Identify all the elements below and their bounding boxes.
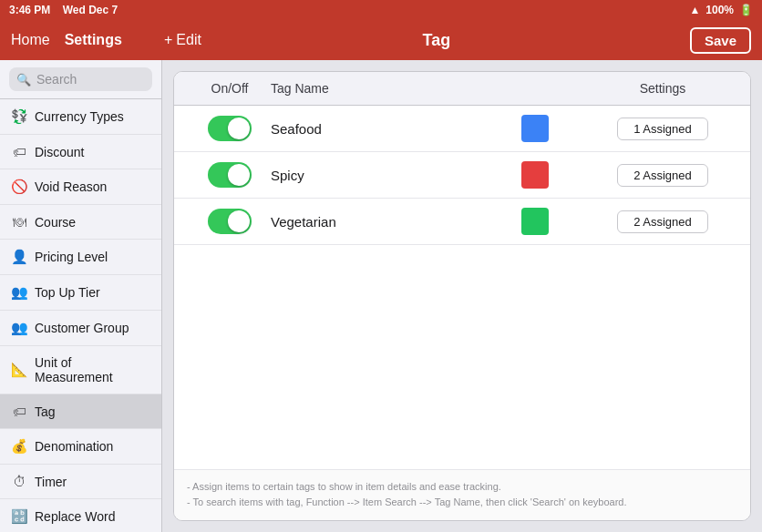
content-card: On/Off Tag Name Settings Seafood 1 Assig… (173, 71, 751, 521)
toggle-seafood[interactable] (189, 116, 271, 141)
col-header-settings: Settings (590, 81, 736, 96)
search-bar: 🔍 (0, 60, 161, 99)
main-content: On/Off Tag Name Settings Seafood 1 Assig… (162, 60, 762, 532)
toggle-vegetarian[interactable] (189, 209, 271, 234)
battery-label: 100% (705, 4, 734, 16)
main-layout: 🔍 💱 Currency Types 🏷 Discount 🚫 Void Rea… (0, 60, 762, 532)
edit-button[interactable]: + Edit (164, 32, 201, 48)
sidebar-label-timer: Timer (35, 475, 67, 489)
search-icon: 🔍 (16, 73, 31, 87)
sidebar-icon-customer-group: 👥 (11, 320, 27, 336)
battery-icon: 🔋 (739, 4, 753, 16)
assigned-button-seafood[interactable]: 1 Assigned (617, 118, 708, 140)
sidebar-icon-tag: 🏷 (11, 404, 27, 419)
page-title: Tag (122, 31, 751, 50)
plus-icon: + (164, 32, 172, 48)
nav-bar: Home Settings + Edit Tag Save (0, 20, 762, 60)
sidebar-icon-denomination: 💰 (11, 438, 27, 455)
sidebar-icon-course: 🍽 (11, 214, 27, 230)
toggle-switch-vegetarian[interactable] (208, 209, 252, 234)
status-bar: 3:46 PM Wed Dec 7 ▲ 100% 🔋 (0, 0, 762, 20)
col-header-color (480, 81, 590, 96)
tag-name-spicy: Spicy (271, 168, 480, 183)
table-body: Seafood 1 Assigned Spicy 2 Assigned Vege… (174, 106, 750, 469)
sidebar-item-unit-of-measurement[interactable]: 📐 Unit of Measurement (0, 346, 161, 394)
sidebar-item-pricing-level[interactable]: 👤 Pricing Level (0, 240, 161, 275)
sidebar-label-tag: Tag (35, 404, 56, 419)
tag-name-vegetarian: Vegetarian (271, 214, 480, 230)
table-row-seafood: Seafood 1 Assigned (174, 106, 750, 152)
sidebar-label-customer-group: Customer Group (35, 321, 129, 335)
sidebar-icon-void-reason: 🚫 (11, 179, 27, 195)
settings-btn-wrap-vegetarian: 2 Assigned (590, 210, 736, 233)
footer-hint: - Assign items to certain tags to show i… (174, 469, 750, 520)
sidebar-label-top-up-tier: Top Up Tier (35, 285, 100, 300)
toggle-switch-seafood[interactable] (208, 116, 252, 141)
sidebar: 🔍 💱 Currency Types 🏷 Discount 🚫 Void Rea… (0, 60, 162, 532)
save-button[interactable]: Save (690, 27, 751, 54)
sidebar-list: 💱 Currency Types 🏷 Discount 🚫 Void Reaso… (0, 99, 161, 532)
sidebar-label-unit-of-measurement: Unit of Measurement (35, 355, 150, 384)
color-swatch-vegetarian (480, 208, 590, 235)
sidebar-item-denomination[interactable]: 💰 Denomination (0, 429, 161, 465)
footer-line: - To search items with tag, Function -->… (187, 495, 737, 511)
home-nav-button[interactable]: Home (11, 32, 50, 48)
wifi-icon: ▲ (689, 4, 700, 16)
assigned-button-vegetarian[interactable]: 2 Assigned (617, 210, 708, 233)
table-header: On/Off Tag Name Settings (174, 72, 750, 106)
sidebar-label-course: Course (35, 215, 76, 230)
search-input-wrap[interactable]: 🔍 (9, 67, 152, 91)
settings-nav-label: Settings (65, 32, 122, 48)
sidebar-item-timer[interactable]: ⏱ Timer (0, 465, 161, 499)
sidebar-label-denomination: Denomination (35, 439, 113, 454)
settings-btn-wrap-seafood: 1 Assigned (590, 118, 736, 140)
sidebar-item-customer-group[interactable]: 👥 Customer Group (0, 311, 161, 346)
color-box-vegetarian (521, 208, 549, 235)
sidebar-item-void-reason[interactable]: 🚫 Void Reason (0, 169, 161, 205)
sidebar-label-currency-types: Currency Types (35, 109, 124, 124)
sidebar-icon-top-up-tier: 👥 (11, 284, 27, 301)
sidebar-icon-discount: 🏷 (11, 144, 27, 159)
status-time-date: 3:46 PM Wed Dec 7 (9, 4, 118, 16)
status-right: ▲ 100% 🔋 (689, 4, 753, 16)
toggle-spicy[interactable] (189, 162, 271, 188)
color-box-seafood (521, 115, 549, 142)
sidebar-icon-pricing-level: 👤 (11, 249, 27, 265)
table-row-spicy: Spicy 2 Assigned (174, 152, 750, 199)
sidebar-label-void-reason: Void Reason (35, 179, 107, 194)
color-swatch-spicy (480, 161, 590, 189)
sidebar-item-currency-types[interactable]: 💱 Currency Types (0, 99, 161, 135)
toggle-switch-spicy[interactable] (208, 162, 252, 188)
table-row-vegetarian: Vegetarian 2 Assigned (174, 199, 750, 245)
tag-name-seafood: Seafood (271, 121, 480, 137)
col-header-tagname: Tag Name (271, 81, 480, 96)
sidebar-icon-timer: ⏱ (11, 474, 27, 489)
sidebar-label-discount: Discount (35, 145, 84, 159)
sidebar-label-pricing-level: Pricing Level (35, 250, 108, 264)
sidebar-label-replace-word: Replace Word (35, 509, 115, 524)
sidebar-icon-unit-of-measurement: 📐 (11, 362, 27, 378)
search-input[interactable] (36, 72, 145, 87)
sidebar-item-discount[interactable]: 🏷 Discount (0, 135, 161, 169)
col-header-onoff: On/Off (189, 81, 271, 96)
color-swatch-seafood (480, 115, 590, 142)
sidebar-icon-replace-word: 🔡 (11, 508, 27, 525)
sidebar-icon-currency-types: 💱 (11, 108, 27, 125)
assigned-button-spicy[interactable]: 2 Assigned (617, 164, 708, 187)
sidebar-item-top-up-tier[interactable]: 👥 Top Up Tier (0, 275, 161, 311)
settings-btn-wrap-spicy: 2 Assigned (590, 164, 736, 187)
footer-line: - Assign items to certain tags to show i… (187, 479, 737, 496)
color-box-spicy (521, 161, 549, 189)
sidebar-item-course[interactable]: 🍽 Course (0, 205, 161, 240)
sidebar-item-replace-word[interactable]: 🔡 Replace Word (0, 499, 161, 532)
sidebar-item-tag[interactable]: 🏷 Tag (0, 394, 161, 429)
